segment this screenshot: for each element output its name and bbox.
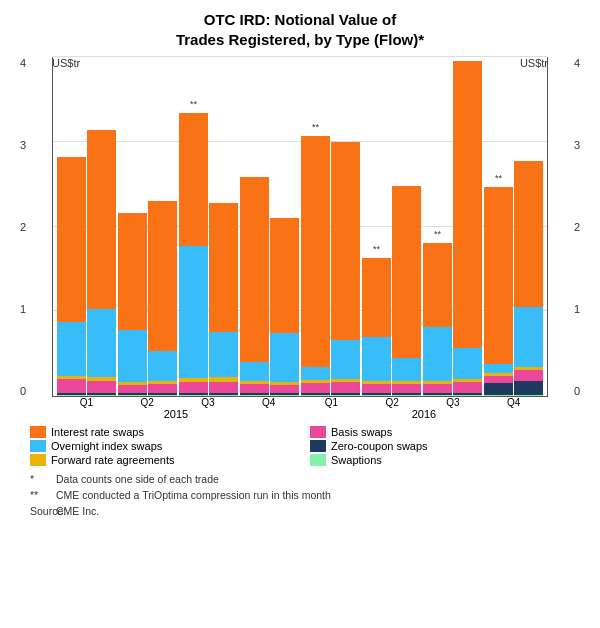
bar-segment-irs	[392, 186, 421, 358]
bar-segment-basis	[484, 376, 513, 384]
bar-segment-irs	[362, 258, 391, 337]
x-tick-2016-Q3: Q3	[423, 397, 484, 408]
bar-segment-ois	[362, 337, 391, 381]
legend-item-forward_rate_agreements: Forward rate agreements	[30, 454, 290, 466]
bar: **	[179, 113, 208, 396]
bar-segment-swp	[392, 395, 421, 397]
legend-item-overnight_index_swaps: Overnight index swaps	[30, 440, 290, 452]
x-tick-2015-Q2: Q2	[117, 397, 178, 408]
legend-swatch-forward_rate_agreements	[30, 454, 46, 466]
bar-segment-ois	[240, 362, 269, 381]
legend-label-swaptions: Swaptions	[331, 454, 382, 466]
legend-label-interest_rate_swaps: Interest rate swaps	[51, 426, 144, 438]
bar-segment-irs	[423, 243, 452, 326]
bar-group-2015-Q1	[57, 130, 116, 396]
bar	[118, 213, 147, 396]
x-tick-2015-Q4: Q4	[238, 397, 299, 408]
bar-segment-swp	[331, 395, 360, 397]
bar	[57, 157, 86, 396]
bar	[514, 161, 543, 396]
footnote-text: Data counts one side of each trade	[56, 472, 219, 488]
bar-segment-irs	[514, 161, 543, 307]
bar-segment-irs	[179, 113, 208, 245]
legend-item-zero_coupon_swaps: Zero-coupon swaps	[310, 440, 570, 452]
bar-segment-ois	[270, 333, 299, 382]
x-year-2015: 2015	[52, 408, 300, 420]
bar-segment-basis	[331, 382, 360, 393]
bar-segment-basis	[362, 384, 391, 393]
bar	[87, 130, 116, 396]
bar-segment-ois	[453, 348, 482, 380]
bar-segment-swp	[362, 395, 391, 397]
y-axis-ticks-right: 0 1 2 3 4	[574, 57, 580, 397]
bar-segment-basis	[209, 382, 238, 393]
bar-segment-swp	[87, 395, 116, 397]
bar-group-2016-Q2: **	[362, 186, 421, 396]
legend: Interest rate swapsBasis swapsOvernight …	[30, 426, 570, 466]
bar-group-2015-Q2	[118, 201, 177, 396]
bar-segment-ois	[484, 364, 513, 373]
bar-segment-swp	[148, 395, 177, 397]
bar-segment-irs	[209, 203, 238, 331]
legend-item-interest_rate_swaps: Interest rate swaps	[30, 426, 290, 438]
bar	[331, 142, 360, 396]
footnote-row: Source:CME Inc.	[30, 504, 570, 520]
legend-label-overnight_index_swaps: Overnight index swaps	[51, 440, 162, 452]
bar-segment-zcs	[484, 383, 513, 394]
legend-item-basis_swaps: Basis swaps	[310, 426, 570, 438]
bar-segment-basis	[270, 385, 299, 393]
bar	[209, 203, 238, 396]
x-tick-2015-Q1: Q1	[56, 397, 117, 408]
x-tick-2016-Q1: Q1	[301, 397, 362, 408]
chart-title: OTC IRD: Notional Value of Trades Regist…	[20, 10, 580, 49]
legend-label-basis_swaps: Basis swaps	[331, 426, 392, 438]
bar: **	[423, 243, 452, 396]
footnote-row: **CME conducted a TriOptima compression …	[30, 488, 570, 504]
bar-segment-ois	[209, 332, 238, 377]
x-labels-container: Q1Q2Q3Q4Q1Q2Q3Q4	[52, 397, 548, 408]
bar-segment-ois	[118, 330, 147, 381]
bar-segment-irs	[484, 187, 513, 365]
chart-inner: 0 1 2 3 4 0 1 2 3 4	[52, 57, 548, 397]
bar-segment-irs	[270, 218, 299, 333]
bar-segment-basis	[179, 382, 208, 393]
bar-group-2016-Q3: **	[423, 61, 482, 396]
footnote-text: CME conducted a TriOptima compression ru…	[56, 488, 331, 504]
x-tick-2016-Q2: Q2	[362, 397, 423, 408]
footnote-star: **	[30, 488, 50, 504]
legend-swatch-zero_coupon_swaps	[310, 440, 326, 452]
bar-segment-zcs	[514, 381, 543, 395]
bar-segment-ois	[331, 340, 360, 379]
double-star-annotation: **	[495, 173, 502, 183]
x-group-2015: Q1Q2Q3Q4	[56, 397, 299, 408]
page-container: OTC IRD: Notional Value of Trades Regist…	[0, 0, 600, 529]
bar-segment-irs	[118, 213, 147, 330]
bar-segment-basis	[392, 384, 421, 393]
bar-segment-swp	[179, 395, 208, 397]
bar-segment-basis	[423, 384, 452, 393]
bar-group-2016-Q1: **	[301, 136, 360, 396]
double-star-annotation: **	[373, 244, 380, 254]
bar-segment-ois	[179, 246, 208, 378]
bar-segment-ois	[57, 322, 86, 376]
double-star-annotation: **	[434, 229, 441, 239]
bar-group-2015-Q3: **	[179, 113, 238, 396]
legend-swatch-swaptions	[310, 454, 326, 466]
bar-group-2016-Q4: **	[484, 161, 543, 396]
bar-segment-swp	[209, 395, 238, 397]
bar-segment-basis	[148, 384, 177, 393]
bar	[240, 177, 269, 396]
footnote-star: Source:	[30, 504, 50, 520]
footnote-row: *Data counts one side of each trade	[30, 472, 570, 488]
x-tick-2015-Q3: Q3	[178, 397, 239, 408]
bar-segment-swp	[453, 395, 482, 397]
chart-area: US$tr US$tr 0 1 2 3 4 0 1 2 3 4	[20, 57, 580, 420]
bars-container: **********	[52, 57, 548, 397]
bar-segment-ois	[392, 358, 421, 381]
legend-swatch-overnight_index_swaps	[30, 440, 46, 452]
bar-segment-ois	[148, 351, 177, 381]
x-year-2016: 2016	[300, 408, 548, 420]
bar-segment-ois	[423, 327, 452, 381]
x-tick-2016-Q4: Q4	[483, 397, 544, 408]
legend-item-swaptions: Swaptions	[310, 454, 570, 466]
